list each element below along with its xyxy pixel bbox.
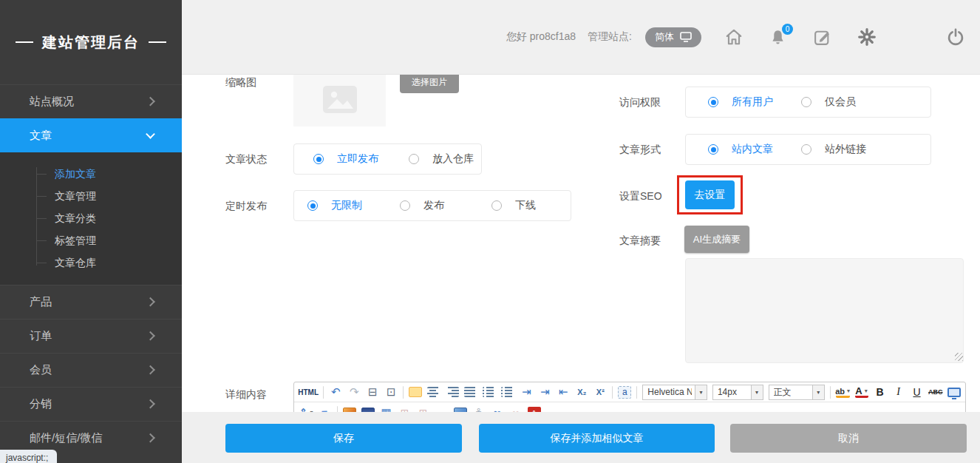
gear-icon[interactable] (857, 27, 877, 47)
compose-icon[interactable] (812, 27, 832, 47)
select-arrow-icon[interactable]: ▾ (695, 385, 707, 399)
radio-members-only[interactable]: 仅会员 (801, 87, 856, 117)
chevron-right-icon (146, 331, 155, 340)
header-right-group: 您好 pro8cf1a8 管理站点: 简体 0 (506, 0, 965, 74)
radio-publish-time[interactable]: 发布 (400, 191, 444, 220)
toolbar-separator (337, 406, 338, 412)
font-color-icon[interactable]: A (855, 386, 868, 398)
form-action-bar: 保存 保存并添加相似文章 取消 (182, 412, 980, 463)
subscript-icon[interactable]: X₂ (575, 385, 588, 399)
sidebar-subitem-add-article[interactable]: 添加文章 (0, 163, 182, 185)
logo-dash-right (149, 41, 166, 43)
article-summary-textarea[interactable] (685, 258, 964, 363)
radio-put-in-warehouse[interactable]: 放入仓库 (409, 144, 474, 174)
sidebar: 建站管理后台 站点概况 文章 添加文章 文章管理 文章分类 标签管理 文章仓库 … (0, 0, 182, 463)
ai-generate-summary-button[interactable]: AI生成摘要 (684, 226, 749, 253)
align-right-icon[interactable] (446, 387, 459, 397)
insert-column-icon[interactable]: ⊞ (417, 405, 430, 413)
radio-icon (708, 97, 718, 107)
image-placeholder-icon (323, 86, 357, 113)
remove-format-icon[interactable]: ◆ (315, 402, 335, 412)
radio-icon (491, 200, 502, 211)
cancel-button[interactable]: 取消 (730, 424, 967, 453)
insert-row-icon[interactable]: ⊞ (398, 405, 412, 413)
outdent-icon[interactable]: ⇤ (557, 385, 570, 399)
select-arrow-icon[interactable]: ▾ (751, 385, 763, 399)
radio-no-limit[interactable]: 无限制 (307, 191, 362, 220)
sidebar-item-products[interactable]: 产品 (0, 285, 182, 319)
insert-table-icon[interactable]: ▦ (380, 405, 393, 413)
radio-icon (307, 200, 318, 211)
toolbar-separator (636, 386, 637, 399)
indent-icon[interactable]: ⇥ (538, 385, 551, 399)
sidebar-item-orders[interactable]: 订单 (0, 319, 182, 353)
language-preview-pill[interactable]: 简体 (645, 27, 701, 47)
seo-settings-button[interactable]: 去设置 (685, 180, 735, 209)
access-permission-label: 访问权限 (619, 96, 661, 109)
unordered-list-icon[interactable] (501, 387, 514, 397)
select-value: Helvetica N (647, 387, 692, 397)
sidebar-item-members[interactable]: 会员 (0, 353, 182, 387)
sidebar-subitem-article-warehouse[interactable]: 文章仓库 (0, 251, 182, 274)
strikethrough-icon[interactable]: ABC (929, 385, 942, 399)
article-form-label: 文章形式 (619, 143, 661, 157)
sidebar-item-articles[interactable]: 文章 (0, 118, 182, 152)
highlight-color-icon[interactable]: ab (836, 386, 850, 398)
line-height-icon[interactable]: ⇕ (299, 405, 313, 413)
sidebar-item-label: 订单 (30, 329, 52, 343)
sidebar-subitem-article-management[interactable]: 文章管理 (0, 185, 182, 207)
fullscreen-icon[interactable] (947, 388, 961, 397)
chevron-right-icon (146, 399, 155, 408)
font-size-select[interactable]: 14px▾ (712, 385, 763, 400)
radio-onsite-article[interactable]: 站内文章 (708, 135, 773, 164)
align-justify-icon[interactable] (464, 387, 477, 397)
sidebar-subitem-article-categories[interactable]: 文章分类 (0, 207, 182, 229)
thumbnail-label: 缩略图 (225, 76, 256, 89)
sidebar-item-site-overview[interactable]: 站点概况 (0, 84, 182, 118)
power-icon[interactable] (945, 27, 965, 47)
unlink-icon[interactable]: ∞ (509, 405, 523, 413)
radio-all-users[interactable]: 所有用户 (708, 87, 773, 117)
anchor-link-icon[interactable]: ⚓ (472, 405, 486, 413)
sidebar-item-distribution[interactable]: 分销 (0, 387, 182, 421)
browser-status-hint: javascript:; (0, 450, 57, 463)
radio-external-link[interactable]: 站外链接 (801, 135, 866, 164)
sidebar-item-label: 邮件/短信/微信 (30, 431, 102, 445)
notification-badge: 0 (782, 24, 793, 35)
save-and-add-similar-button[interactable]: 保存并添加相似文章 (479, 424, 715, 453)
undo-icon[interactable]: ↶ (329, 385, 342, 399)
italic-icon[interactable]: I (892, 385, 905, 399)
word-import-icon[interactable]: A (528, 407, 541, 412)
sidebar-item-label: 分销 (30, 397, 52, 411)
align-center-icon[interactable] (427, 387, 440, 397)
ordered-list-icon[interactable] (483, 387, 496, 397)
link-icon[interactable]: ∞ (491, 405, 504, 413)
font-family-select[interactable]: Helvetica N▾ (642, 385, 707, 400)
underline-icon[interactable]: U (911, 385, 924, 399)
horizontal-rule-icon[interactable]: — (435, 405, 449, 413)
print-icon[interactable]: ⊟ (366, 385, 379, 399)
paste-plain-icon[interactable]: ⊡ (384, 385, 398, 399)
radio-publish-now[interactable]: 立即发布 (313, 144, 378, 174)
redo-icon[interactable]: ↷ (347, 385, 361, 399)
home-icon[interactable] (724, 27, 743, 47)
html-source-button[interactable]: HTML (299, 385, 318, 399)
anchor-icon[interactable]: a (618, 386, 631, 399)
paragraph-format-select[interactable]: 正文▾ (769, 385, 825, 400)
choose-image-button[interactable]: 选择图片 (400, 74, 459, 93)
thumbnail-placeholder[interactable] (293, 74, 386, 126)
chevron-down-icon (146, 129, 155, 138)
rich-text-editor: HTML↶↷⊟⊡⇥⇥⇤X₂X²aHelvetica N▾14px▾正文▾abAB… (293, 382, 966, 412)
bell-icon[interactable]: 0 (768, 27, 788, 47)
select-arrow-icon[interactable]: ▾ (812, 385, 824, 399)
save-button[interactable]: 保存 (225, 424, 462, 453)
articles-submenu: 添加文章 文章管理 文章分类 标签管理 文章仓库 (0, 152, 182, 285)
radio-offline-time[interactable]: 下线 (491, 191, 536, 220)
align-left-icon[interactable] (409, 387, 422, 397)
indent-first-line-icon[interactable]: ⇥ (520, 385, 533, 399)
apps-grid-icon[interactable] (901, 27, 921, 47)
bold-icon[interactable]: B (874, 385, 887, 399)
article-status-label: 文章状态 (225, 153, 267, 166)
superscript-icon[interactable]: X² (593, 385, 607, 399)
sidebar-subitem-tag-management[interactable]: 标签管理 (0, 229, 182, 251)
